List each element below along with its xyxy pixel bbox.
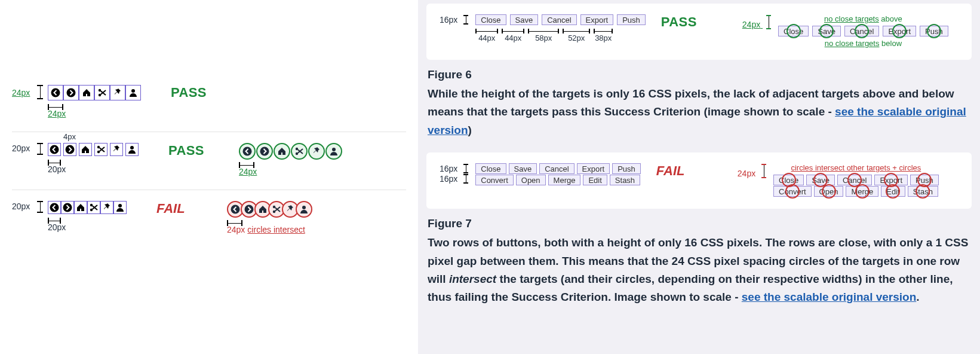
spacing-circle	[239, 143, 256, 160]
home-icon[interactable]	[79, 85, 94, 100]
left-buttons-cluster: 16px CloseSaveCancelExportPush 44px44px5…	[440, 14, 646, 42]
cancel-button[interactable]: Cancel	[542, 14, 576, 25]
v-measure-label: 24px	[12, 88, 30, 97]
width-label: 44px	[478, 33, 495, 42]
close-button[interactable]: Close	[773, 175, 804, 185]
stash-button[interactable]: Stash	[908, 186, 938, 197]
i-bar-icon	[766, 15, 771, 29]
push-button[interactable]: Push	[920, 26, 948, 36]
h-bar-icon	[48, 104, 63, 110]
arrow-left-icon[interactable]	[48, 143, 61, 156]
convert-button[interactable]: Convert	[475, 175, 514, 185]
h-bar-icon	[502, 29, 524, 33]
example-row-1: 24px 24px PASS	[12, 74, 406, 132]
h-bar-icon	[594, 29, 613, 33]
height-label: 16px	[440, 174, 457, 184]
edit-button[interactable]: Edit	[583, 175, 607, 185]
width-label: 58px	[535, 33, 552, 42]
icon-row: 20px	[48, 201, 127, 232]
user-icon[interactable]	[125, 85, 141, 100]
right-column: 16px CloseSaveCancelExportPush 44px44px5…	[418, 0, 980, 354]
spacing-circle	[296, 201, 312, 218]
arrow-right-icon[interactable]	[61, 201, 74, 214]
arrow-left-icon[interactable]	[48, 85, 63, 100]
fail-label: FAIL	[156, 201, 185, 216]
h-bar-icon	[48, 160, 61, 166]
i-bar-icon	[37, 143, 43, 155]
i-bar-icon	[761, 164, 766, 178]
push-button[interactable]: Push	[910, 175, 939, 185]
figure-7-link[interactable]: see the scalable original version	[742, 291, 917, 303]
scissors-icon[interactable]	[87, 201, 100, 214]
example-row-3: 20px 20px FAIL 24p	[12, 190, 406, 248]
icon-buttons	[48, 201, 127, 214]
export-button[interactable]: Export	[577, 163, 610, 174]
verdict: FAIL	[656, 163, 722, 179]
home-icon[interactable]	[79, 143, 92, 156]
width-label: 52px	[568, 33, 585, 42]
h-bar-icon	[227, 220, 242, 226]
right-annotated-cluster: 24px no close targets above CloseSaveCan…	[742, 14, 948, 48]
user-icon[interactable]	[113, 201, 127, 214]
cancel-button[interactable]: Cancel	[837, 175, 872, 185]
figure-6-description: While the height of the targets is only …	[426, 84, 972, 139]
right-annotated-cluster: 24px circles intersect other targets + c…	[738, 163, 939, 197]
save-button[interactable]: Save	[509, 163, 537, 174]
save-button[interactable]: Save	[806, 175, 835, 185]
open-button[interactable]: Open	[516, 175, 546, 185]
v-measure: 20px	[12, 201, 48, 213]
button-row-1: CloseSaveCancelExportPush	[475, 163, 641, 174]
spacing-circle	[308, 143, 325, 160]
save-button[interactable]: Save	[510, 14, 539, 25]
export-button[interactable]: Export	[874, 175, 908, 185]
close-button[interactable]: Close	[475, 163, 506, 174]
icon-row: 4px 20px	[48, 143, 139, 174]
merge-button[interactable]: Merge	[548, 175, 581, 185]
pin-icon[interactable]	[110, 143, 123, 156]
user-icon[interactable]	[125, 143, 139, 156]
arrow-right-icon[interactable]	[63, 85, 79, 100]
stash-button[interactable]: Stash	[610, 175, 640, 185]
button-row-2: ConvertOpenMergeEditStash	[773, 186, 939, 197]
export-button[interactable]: Export	[883, 26, 916, 36]
close-button[interactable]: Close	[778, 26, 809, 36]
h-measure-label: 24px	[48, 109, 66, 118]
scissors-icon[interactable]	[94, 143, 107, 156]
export-button[interactable]: Export	[580, 14, 614, 25]
circle-overlay: 24px circles intersect	[227, 201, 309, 234]
height-measure: 16px	[440, 173, 468, 184]
merge-button[interactable]: Merge	[846, 186, 878, 197]
circle-note-prefix: 24px	[227, 225, 245, 234]
arrow-left-icon[interactable]	[48, 201, 61, 214]
height-label: 16px	[440, 164, 457, 173]
pin-icon[interactable]	[100, 201, 113, 214]
pin-icon[interactable]	[110, 85, 125, 100]
close-button[interactable]: Close	[475, 14, 506, 25]
width-label: 44px	[505, 33, 521, 42]
arrow-right-icon[interactable]	[63, 143, 76, 156]
i-bar-icon	[463, 164, 468, 173]
edit-button[interactable]: Edit	[881, 186, 905, 197]
scissors-icon[interactable]	[94, 85, 110, 100]
figure-7-panel: 16px 16px CloseSaveCancelExportPush Conv…	[426, 152, 972, 209]
cancel-button[interactable]: Cancel	[539, 163, 574, 174]
home-icon[interactable]	[74, 201, 87, 214]
figure-7-label: Figure 7	[428, 217, 970, 230]
push-button[interactable]: Push	[617, 14, 646, 25]
circle-row	[239, 143, 343, 160]
icon-row: 24px	[48, 85, 141, 118]
figure-6-panel: 16px CloseSaveCancelExportPush 44px44px5…	[426, 4, 972, 60]
i-bar-icon	[37, 85, 43, 99]
button-row: CloseSaveCancelExportPush	[475, 14, 646, 25]
h-bar-icon	[563, 29, 590, 33]
i-bar-icon	[463, 15, 468, 25]
figure-7-row: 16px 16px CloseSaveCancelExportPush Conv…	[440, 163, 959, 197]
save-button[interactable]: Save	[812, 26, 841, 36]
h-bar-icon	[48, 218, 61, 224]
spacing-circle	[256, 143, 273, 160]
cancel-button[interactable]: Cancel	[844, 26, 879, 36]
convert-button[interactable]: Convert	[773, 186, 812, 197]
push-button[interactable]: Push	[612, 163, 641, 174]
open-button[interactable]: Open	[814, 186, 844, 197]
h-measure-label: 24px	[239, 167, 257, 176]
